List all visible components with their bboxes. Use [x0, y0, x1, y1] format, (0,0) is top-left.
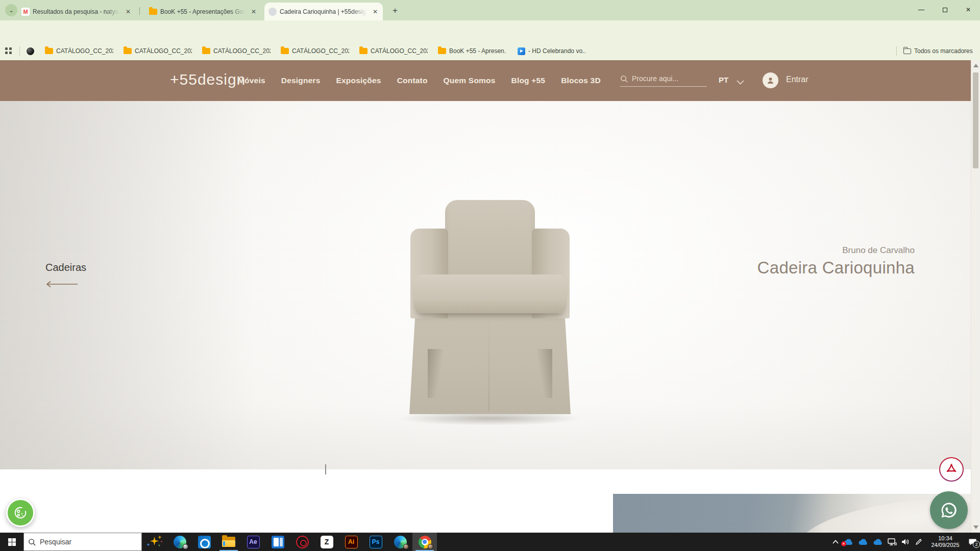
back-arrow-icon[interactable] — [46, 281, 79, 290]
nav-moveis[interactable]: Móveis — [238, 76, 265, 85]
taskbar-red-app[interactable] — [290, 533, 314, 551]
nav-blocos-3d[interactable]: Blocos 3D — [561, 76, 601, 85]
product-title: Cadeira Carioquinha — [757, 258, 915, 278]
site-header: +55design Móveis Designers Exposições Co… — [0, 60, 980, 101]
adobe-pdf-button[interactable] — [939, 457, 964, 482]
cookie-consent-button[interactable] — [6, 498, 35, 527]
illustrator-icon: Ai — [345, 536, 358, 548]
taskbar-search-input[interactable] — [40, 538, 116, 546]
photoshop-icon: Ps — [370, 536, 382, 548]
taskbar-edge-profile[interactable] — [388, 533, 412, 551]
red-circle-app-icon — [296, 536, 309, 548]
browser-tab-strip: ⌄ M Resultados da pesquisa - natysa ✕ Bo… — [0, 0, 980, 20]
bookmark-item[interactable]: BooK +55 - Apresen... — [438, 42, 506, 60]
bookmark-item[interactable]: CATÁLOGO_CC_202... — [45, 42, 113, 60]
copilot-sparkle-icon[interactable] — [142, 533, 167, 551]
capcut-icon: Z — [321, 536, 333, 548]
file-explorer-icon — [222, 537, 235, 547]
browser-tab-active[interactable]: Cadeira Carioquinha | +55desig ✕ — [264, 3, 383, 20]
taskbar-edge[interactable] — [167, 533, 192, 551]
minimize-button[interactable]: — — [910, 0, 933, 19]
nav-exposicoes[interactable]: Exposições — [336, 76, 381, 85]
scroll-down-arrow-icon[interactable] — [973, 525, 978, 529]
scrollbar-thumb[interactable] — [973, 72, 978, 168]
search-icon — [28, 538, 36, 546]
apps-grid-icon[interactable] — [5, 47, 12, 55]
bookmark-item[interactable]: CATÁLOGO_CC_202... — [281, 42, 349, 60]
webpage-viewport: +55design Móveis Designers Exposições Co… — [0, 60, 980, 533]
start-button[interactable] — [0, 533, 23, 551]
chevron-down-icon[interactable] — [737, 78, 744, 87]
site-search[interactable] — [620, 74, 707, 87]
system-tray: ✕ 10:34 24/09/2025 2 — [832, 533, 980, 551]
browser-tab[interactable]: M Resultados da pesquisa - natysa ✕ — [17, 3, 136, 20]
onedrive-icon[interactable] — [873, 538, 883, 545]
after-effects-icon: Ae — [247, 536, 260, 548]
taskbar-photoshop[interactable]: Ps — [363, 533, 388, 551]
folder-outline-icon — [903, 48, 911, 54]
windows-logo-icon — [8, 538, 16, 546]
bookmark-item[interactable] — [27, 42, 34, 60]
nav-designers[interactable]: Designers — [281, 76, 321, 85]
whatsapp-icon — [938, 499, 960, 521]
taskbar-illustrator[interactable]: Ai — [339, 533, 363, 551]
folder-icon — [438, 48, 446, 54]
login-link[interactable]: Entrar — [786, 75, 808, 84]
tab-close-icon[interactable]: ✕ — [125, 8, 132, 15]
whatsapp-button[interactable] — [930, 491, 968, 529]
taskbar-capcut[interactable]: Z — [314, 533, 339, 551]
video-favicon-icon — [518, 47, 525, 55]
bookmark-item[interactable]: CATÁLOGO_CC_202... — [359, 42, 428, 60]
notification-badge: 2 — [973, 541, 980, 548]
tab-close-icon[interactable]: ✕ — [250, 8, 257, 15]
browser-tab[interactable]: BooK +55 - Apresentações Goo ✕ — [145, 3, 261, 20]
tab-close-icon[interactable]: ✕ — [372, 8, 379, 15]
bookmark-item[interactable]: CATÁLOGO_CC_202... — [202, 42, 271, 60]
browser-toolbar: ← → ↻ 55-design.com/cadeira-carioquinha … — [0, 20, 980, 42]
tray-expand-chevron-icon[interactable] — [832, 540, 839, 544]
taskbar-clock[interactable]: 10:34 24/09/2025 — [927, 535, 964, 548]
tab-separator — [139, 7, 140, 15]
taskbar-search[interactable] — [23, 533, 142, 551]
pen-icon[interactable] — [915, 538, 922, 546]
product-title-block: Bruno de Carvalho Cadeira Carioquinha — [757, 245, 915, 278]
volume-icon[interactable] — [901, 538, 910, 545]
clock-date: 24/09/2025 — [927, 542, 964, 548]
taskbar-file-explorer[interactable] — [216, 533, 241, 551]
tab-search-button[interactable]: ⌄ — [5, 4, 17, 16]
search-icon — [620, 75, 628, 83]
window-controls: — ✕ — [910, 0, 980, 19]
site-logo[interactable]: +55design — [170, 71, 246, 88]
text-caret — [325, 464, 326, 474]
all-bookmarks-button[interactable]: Todos os marcadores — [903, 42, 973, 60]
nav-contato[interactable]: Contato — [397, 76, 428, 85]
network-icon[interactable] — [888, 538, 897, 545]
category-link[interactable]: Cadeiras — [45, 262, 86, 273]
taskbar-apps: Ae Z Ai Ps — [167, 533, 437, 551]
tab-title: Cadeira Carioquinha | +55desig — [280, 8, 369, 15]
bookmark-item[interactable]: CATÁLOGO_CC_202... — [124, 42, 192, 60]
product-hero: Cadeiras Bruno de Carvalho Cadeira Cario… — [0, 101, 980, 469]
onedrive-error-icon[interactable]: ✕ — [843, 538, 853, 545]
onedrive-icon[interactable] — [858, 538, 868, 545]
bookmark-item[interactable]: - HD Celebrando vo... — [518, 42, 585, 60]
taskbar-chrome[interactable] — [412, 533, 437, 551]
outlook-icon — [198, 536, 211, 548]
folder-icon — [45, 48, 53, 54]
new-tab-button[interactable]: + — [389, 5, 401, 17]
nav-quem-somos[interactable]: Quem Somos — [444, 76, 496, 85]
taskbar-after-effects[interactable]: Ae — [241, 533, 265, 551]
notification-center-icon[interactable]: 2 — [968, 538, 977, 546]
close-window-button[interactable]: ✕ — [957, 0, 980, 19]
user-avatar-icon[interactable] — [763, 72, 778, 88]
page-scrollbar[interactable] — [971, 60, 980, 533]
nav-blog[interactable]: Blog +55 — [511, 76, 546, 85]
taskbar-outlook[interactable] — [192, 533, 216, 551]
language-selector[interactable]: PT — [719, 76, 728, 84]
site-search-input[interactable] — [632, 74, 693, 83]
designer-name: Bruno de Carvalho — [757, 245, 915, 256]
bookmarks-separator — [19, 46, 20, 56]
taskbar-app-window[interactable] — [265, 533, 290, 551]
scroll-up-arrow-icon[interactable] — [973, 64, 978, 67]
maximize-button[interactable] — [933, 0, 957, 19]
